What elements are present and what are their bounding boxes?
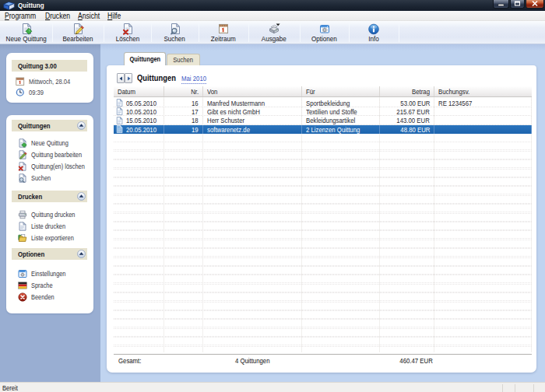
empty-row (114, 230, 532, 239)
toolbar-separator (248, 23, 249, 42)
doc-edit-icon (18, 150, 27, 159)
options-window-icon (318, 23, 331, 35)
toolbar-search-button[interactable]: Suchen (151, 21, 199, 44)
cell-nr: 18 (164, 116, 203, 124)
column-header-betrag[interactable]: Betrag (380, 86, 434, 96)
section-header-optionen: Optionen (12, 248, 87, 260)
toolbar: Neue Quittung Bearbeiten Löschen Suchen (0, 21, 545, 44)
sidebar-item-neue-quittung[interactable]: Neue Quittung (6, 137, 93, 149)
sidebar-item-liste-exportieren[interactable]: Liste exportieren (6, 232, 93, 243)
toolbar-separator (52, 23, 53, 42)
column-header-fuer[interactable]: Für (302, 86, 380, 96)
arrow-left-icon (119, 76, 123, 81)
minimize-button[interactable] (493, 0, 509, 9)
footer-total-label: Gesamt: (118, 355, 146, 366)
cell-von: softwarenetz.de (203, 125, 302, 134)
empty-row (114, 212, 532, 221)
sidebar-item-liste-drucken[interactable]: Liste drucken (6, 220, 93, 232)
tab-suchen[interactable]: Suchen (167, 54, 200, 65)
toolbar-button-label: Bearbeiten (52, 34, 104, 43)
sidebar-nav-box: Quittungen Neue Quittung Quittung bearbe… (6, 115, 93, 313)
toolbar-output-button[interactable]: Ausgabe (248, 21, 300, 44)
toolbar-new-receipt-button[interactable]: Neue Quittung (0, 21, 52, 44)
empty-row (114, 275, 532, 283)
status-text: Bereit (2, 383, 22, 392)
sidebar-item-suchen[interactable]: Suchen (6, 172, 93, 184)
footer-count: 4 Quittungen (203, 355, 302, 366)
menu-programm[interactable]: Programm (5, 11, 41, 21)
toolbar-info-button[interactable]: Info (349, 21, 399, 44)
collapse-icon[interactable] (77, 121, 86, 130)
empty-row (114, 327, 532, 336)
toolbar-button-label: Neue Quittung (0, 34, 52, 43)
toolbar-edit-button[interactable]: Bearbeiten (52, 21, 104, 44)
column-header-buchungsv[interactable]: Buchungsv. (434, 86, 532, 96)
settings-window-icon (18, 269, 27, 278)
table-row[interactable]: 15.05.2010 18 Herr Schuster Bekleidungsa… (114, 116, 532, 124)
statusbar-separator (502, 384, 503, 392)
cell-fuer: Sportbekleidung (302, 99, 380, 107)
calendar-small-icon (16, 77, 25, 86)
period-link[interactable]: Mai 2010 (181, 74, 212, 84)
empty-row (114, 177, 532, 186)
toolbar-button-label: Suchen (151, 34, 199, 43)
sidebar-item-quittung-bearbeiten[interactable]: Quittung bearbeiten (6, 149, 93, 160)
toolbar-button-label: Info (349, 34, 399, 43)
toolbar-button-label: Zeitraum (199, 34, 248, 43)
calendar-icon (217, 23, 230, 35)
sidebar-item-sprache[interactable]: Sprache (6, 279, 93, 291)
empty-row (114, 310, 532, 319)
sidebar-item-einstellungen[interactable]: Einstellungen (6, 268, 93, 279)
sidebar-item-quittung-loeschen[interactable]: Quittung(en) löschen (6, 160, 93, 172)
cell-von: Herr Schuster (203, 116, 302, 124)
menu-item-label: Programm (5, 11, 36, 21)
close-button[interactable] (526, 0, 544, 9)
info-icon (367, 23, 380, 35)
empty-row (114, 159, 532, 168)
menu-drucken[interactable]: Drucken (45, 11, 74, 21)
sidebar: Quittung 3.00 Mittwoch, 28.04 09:39 Quit… (0, 44, 100, 382)
table-row[interactable]: 10.05.2010 17 Gibt es nicht GmbH Textili… (114, 107, 532, 116)
table-row-selected[interactable]: 20.05.2010 19 softwarenetz.de 2 Lizenzen… (114, 125, 532, 134)
collapse-icon[interactable] (77, 250, 86, 258)
quit-icon (18, 292, 27, 302)
toolbar-delete-button[interactable]: Löschen (104, 21, 151, 44)
toolbar-button-label: Löschen (104, 34, 151, 43)
prev-month-button[interactable] (117, 73, 125, 83)
empty-row (114, 257, 532, 265)
collapse-icon[interactable] (77, 192, 86, 201)
export-folder-icon (18, 233, 27, 243)
sidebar-item-quittung-drucken[interactable]: Quittung drucken (6, 208, 93, 220)
empty-row (114, 194, 532, 203)
toolbar-button-label: Optionen (300, 34, 349, 43)
column-header-nr[interactable]: Nr. (164, 86, 203, 96)
tab-quittungen[interactable]: Quittungen (124, 52, 166, 65)
empty-row (114, 204, 532, 212)
sidebar-time-row: 09:39 (6, 87, 93, 98)
cell-fuer: Bekleidungsartikel (302, 116, 380, 124)
statusbar-separator (533, 384, 534, 392)
empty-row (114, 142, 532, 150)
column-header-datum[interactable]: Datum (114, 86, 164, 96)
search-receipt-icon (169, 23, 181, 35)
next-month-button[interactable] (125, 73, 132, 83)
footer-divider (114, 354, 532, 355)
empty-row (114, 319, 532, 327)
menu-bar: Programm Drucken Ansicht Hilfe (0, 11, 545, 21)
title-bar: Quittung (0, 0, 545, 11)
empty-row (114, 168, 532, 177)
receipts-table: Datum Nr. Von Für Betrag Buchungsv. 05.0… (114, 86, 532, 352)
toolbar-options-button[interactable]: Optionen (300, 21, 349, 44)
maximize-button[interactable] (510, 0, 525, 9)
cell-betrag: 143.00 EUR (380, 116, 434, 124)
column-header-von[interactable]: Von (203, 86, 302, 96)
menu-ansicht[interactable]: Ansicht (78, 11, 104, 21)
maximize-icon (511, 0, 524, 8)
cell-von: Manfred Mustermann (203, 99, 302, 107)
table-row[interactable]: 05.05.2010 16 Manfred Mustermann Sportbe… (114, 99, 532, 107)
menu-hilfe[interactable]: Hilfe (107, 11, 123, 21)
doc-list-icon (18, 222, 27, 231)
sidebar-item-beenden[interactable]: Beenden (6, 291, 93, 303)
toolbar-period-button[interactable]: Zeitraum (199, 21, 248, 44)
toolbar-separator (199, 23, 199, 42)
